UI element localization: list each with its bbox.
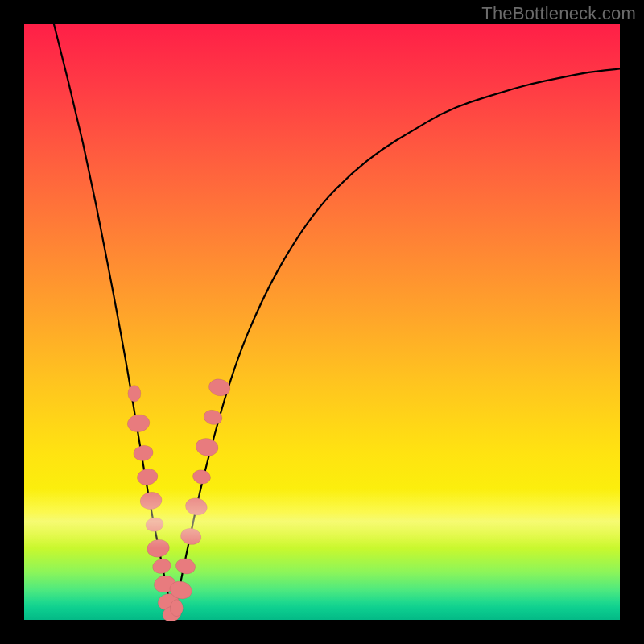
bead-marker (139, 491, 163, 511)
bead-marker (180, 526, 203, 546)
bead-marker (151, 557, 172, 575)
chart-frame: TheBottleneck.com (0, 0, 644, 644)
curve-svg (24, 24, 620, 620)
bead-marker (126, 413, 151, 433)
bead-marker (132, 444, 154, 462)
bead-marker (128, 385, 141, 402)
bead-marker (207, 377, 232, 398)
bead-marker (146, 538, 171, 559)
bead-marker (145, 516, 165, 532)
bead-marker (195, 436, 220, 457)
bottleneck-curve (54, 24, 620, 605)
watermark-text: TheBottleneck.com (481, 3, 636, 24)
plot-area (24, 24, 620, 620)
bead-marker (192, 469, 212, 485)
beads-right-group (168, 377, 232, 616)
bead-marker (136, 467, 159, 486)
bead-marker (170, 600, 183, 617)
bead-marker (175, 557, 197, 576)
bead-marker (184, 497, 208, 518)
